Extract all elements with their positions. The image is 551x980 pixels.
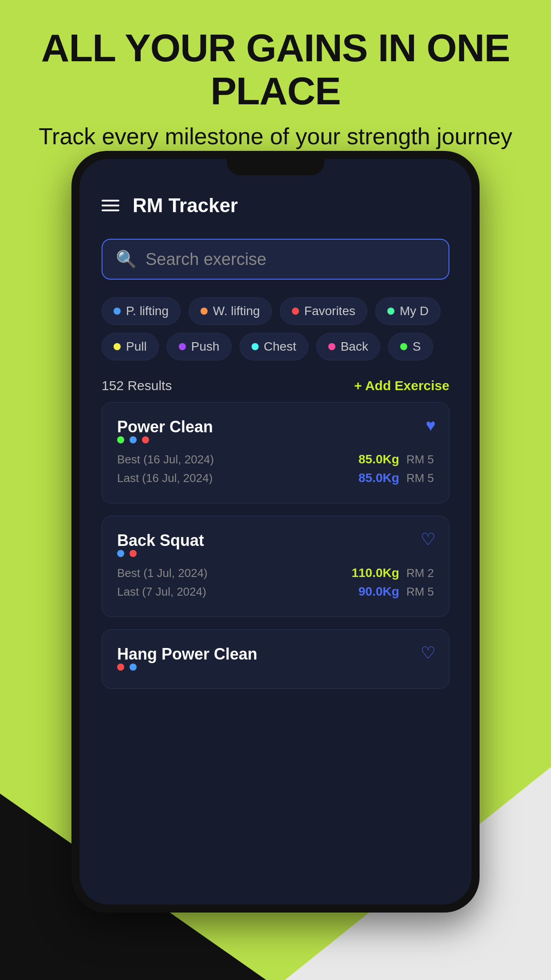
- dot-blue: [117, 550, 124, 557]
- stat-best-value-group: 85.0Kg RM 5: [358, 452, 434, 466]
- search-icon: 🔍: [116, 249, 137, 269]
- filter-dot-favorites: [292, 308, 299, 315]
- filter-label-chest: Chest: [264, 340, 296, 354]
- search-container: 🔍 Search exercise: [102, 239, 449, 280]
- hamburger-line-2: [102, 205, 119, 206]
- favorite-icon-back-squat[interactable]: ♡: [421, 530, 436, 549]
- filter-label-powerlifting: P. lifting: [126, 304, 169, 318]
- exercise-card-hang-power-clean[interactable]: Hang Power Clean ♡: [102, 629, 449, 689]
- exercise-dots-back-squat: [117, 550, 434, 557]
- dot-blue: [130, 664, 137, 671]
- add-exercise-button[interactable]: + Add Exercise: [354, 378, 449, 393]
- filter-dot-my: [387, 308, 394, 315]
- filter-tag-chest[interactable]: Chest: [240, 333, 308, 360]
- stat-last-rm: RM 5: [406, 585, 434, 599]
- stat-best-rm: RM 5: [406, 453, 434, 466]
- exercise-name-back-squat: Back Squat: [117, 531, 204, 549]
- stat-last-rm: RM 5: [406, 471, 434, 485]
- stat-best-kg: 110.0Kg: [351, 566, 399, 580]
- exercise-stat-best-back-squat: Best (1 Jul, 2024) 110.0Kg RM 2: [117, 566, 434, 580]
- phone-notch: [227, 151, 324, 175]
- screen-content: RM Tracker 🔍 Search exercise P. lifting: [79, 159, 472, 707]
- phone-screen: RM Tracker 🔍 Search exercise P. lifting: [79, 159, 472, 905]
- filter-tag-back[interactable]: Back: [316, 333, 380, 360]
- search-bar[interactable]: 🔍 Search exercise: [102, 239, 449, 280]
- filter-label-back: Back: [341, 340, 368, 354]
- exercise-dots-power-clean: [117, 436, 434, 443]
- filter-tag-favorites[interactable]: Favorites: [280, 297, 367, 325]
- hamburger-menu-icon[interactable]: [102, 200, 119, 211]
- subtitle: Track every milestone of your strength j…: [0, 122, 551, 152]
- hamburger-line-3: [102, 209, 119, 211]
- stat-best-rm: RM 2: [406, 566, 434, 580]
- filter-dot-pull: [114, 343, 121, 350]
- dot-blue: [130, 436, 137, 443]
- filter-label-s: S: [413, 340, 421, 354]
- stat-last-label: Last (7 Jul, 2024): [117, 585, 206, 599]
- filter-label-my: My D: [400, 304, 429, 318]
- exercise-name-power-clean: Power Clean: [117, 418, 213, 436]
- filter-row-2: Pull Push Chest Back: [102, 333, 449, 360]
- stat-last-value-group: 90.0Kg RM 5: [358, 585, 434, 599]
- main-title: ALL YOUR GAINS IN ONE PLACE: [0, 27, 551, 113]
- results-header: 152 Results + Add Exercise: [102, 378, 449, 393]
- filter-label-favorites: Favorites: [304, 304, 355, 318]
- favorite-icon-hang-power-clean[interactable]: ♡: [421, 643, 436, 663]
- filter-dot-s: [400, 343, 407, 350]
- filter-dot-push: [179, 343, 186, 350]
- filter-tag-push[interactable]: Push: [167, 333, 232, 360]
- dot-red: [130, 550, 137, 557]
- phone-frame: RM Tracker 🔍 Search exercise P. lifting: [71, 151, 480, 913]
- exercise-name-hang-power-clean: Hang Power Clean: [117, 645, 257, 663]
- filter-row-1: P. lifting W. lifting Favorites My D: [102, 297, 449, 325]
- exercise-dots-hang-power-clean: [117, 664, 434, 671]
- app-title: RM Tracker: [133, 194, 238, 217]
- exercise-card-power-clean[interactable]: Power Clean ♥ Best (16 Jul, 2024) 85.0Kg…: [102, 402, 449, 503]
- stat-last-value-group: 85.0Kg RM 5: [358, 471, 434, 485]
- header-section: ALL YOUR GAINS IN ONE PLACE Track every …: [0, 0, 551, 169]
- dot-green: [117, 436, 124, 443]
- results-count: 152 Results: [102, 378, 172, 393]
- phone-container: RM Tracker 🔍 Search exercise P. lifting: [71, 151, 480, 913]
- filter-dot-back: [328, 343, 335, 350]
- app-header: RM Tracker: [102, 194, 449, 217]
- filter-label-push: Push: [191, 340, 220, 354]
- search-placeholder: Search exercise: [146, 250, 266, 269]
- stat-last-kg: 90.0Kg: [358, 585, 399, 599]
- exercise-stat-best-power-clean: Best (16 Jul, 2024) 85.0Kg RM 5: [117, 452, 434, 466]
- filter-label-pull: Pull: [126, 340, 147, 354]
- filter-tag-pull[interactable]: Pull: [102, 333, 159, 360]
- filter-tag-powerlifting[interactable]: P. lifting: [102, 297, 181, 325]
- stat-best-value-group: 110.0Kg RM 2: [351, 566, 434, 580]
- dot-red: [142, 436, 149, 443]
- hamburger-line-1: [102, 200, 119, 202]
- filter-tag-my[interactable]: My D: [375, 297, 441, 325]
- stat-best-kg: 85.0Kg: [358, 452, 399, 466]
- dot-red: [117, 664, 124, 671]
- exercise-stat-last-back-squat: Last (7 Jul, 2024) 90.0Kg RM 5: [117, 585, 434, 599]
- filter-label-weightlifting: W. lifting: [213, 304, 260, 318]
- stat-best-label: Best (16 Jul, 2024): [117, 453, 214, 466]
- filter-dot-weightlifting: [201, 308, 208, 315]
- filter-tag-s[interactable]: S: [388, 333, 433, 360]
- stat-last-label: Last (16 Jul, 2024): [117, 471, 213, 485]
- favorite-icon-power-clean[interactable]: ♥: [425, 416, 436, 435]
- exercise-card-back-squat[interactable]: Back Squat ♡ Best (1 Jul, 2024) 110.0Kg …: [102, 516, 449, 617]
- exercise-stat-last-power-clean: Last (16 Jul, 2024) 85.0Kg RM 5: [117, 471, 434, 485]
- stat-best-label: Best (1 Jul, 2024): [117, 566, 208, 580]
- filter-dot-powerlifting: [114, 308, 121, 315]
- filter-dot-chest: [252, 343, 259, 350]
- stat-last-kg: 85.0Kg: [358, 471, 399, 485]
- filter-tag-weightlifting[interactable]: W. lifting: [189, 297, 272, 325]
